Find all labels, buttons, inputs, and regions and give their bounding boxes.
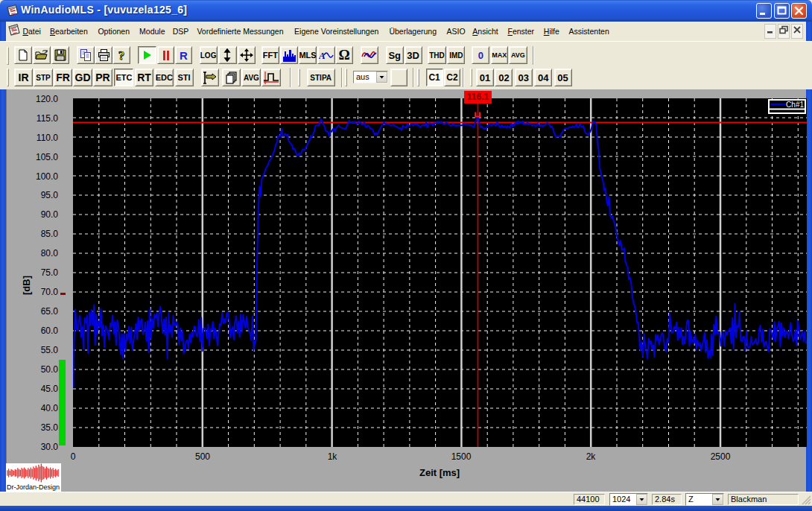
svg-text:Ω: Ω	[339, 49, 350, 61]
svg-text:?: ?	[118, 49, 125, 61]
svg-text:Ch#1: Ch#1	[786, 101, 804, 109]
svg-text:A: A	[319, 50, 326, 61]
